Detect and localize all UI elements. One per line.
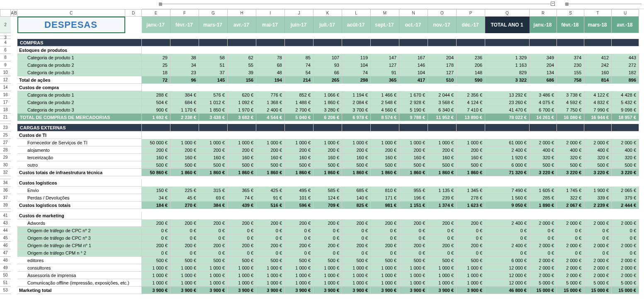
total-cell[interactable]: 16 944 € — [584, 114, 612, 121]
column-header-K[interactable]: K — [313, 10, 342, 17]
data-cell[interactable]: 1 000 € — [428, 139, 457, 146]
data-cell[interactable]: 265 — [313, 76, 342, 84]
data-cell[interactable]: 0 € — [313, 227, 342, 234]
data-cell[interactable]: 127 — [371, 61, 399, 69]
data-cell[interactable]: 0 € — [428, 234, 457, 242]
row-header[interactable]: 48 — [0, 257, 11, 264]
data-cell[interactable]: 272 — [612, 61, 639, 69]
data-cell[interactable]: 500 € — [342, 161, 371, 169]
data-cell[interactable]: 200 € — [428, 242, 457, 249]
total-cell[interactable]: 4 544 € — [256, 114, 285, 121]
total-cell[interactable]: 1 560 € — [485, 194, 530, 202]
data-cell[interactable]: 7 990 € — [584, 106, 612, 114]
row-header[interactable]: 21 — [0, 114, 11, 121]
section-cell[interactable] — [228, 124, 256, 131]
data-cell[interactable]: 160 € — [342, 154, 371, 161]
data-cell[interactable]: 270 € — [170, 202, 199, 209]
data-cell[interactable]: 320 € — [612, 154, 639, 161]
data-cell[interactable]: 500 € — [428, 257, 457, 264]
section-cell[interactable] — [428, 39, 457, 46]
row-header[interactable]: 8 — [0, 54, 11, 61]
data-cell[interactable]: 1 860 € — [170, 169, 199, 176]
total-cell[interactable]: 9 050 € — [485, 202, 530, 209]
data-cell[interactable]: 101 € — [285, 194, 313, 202]
section-cell[interactable] — [342, 39, 371, 46]
section-cell[interactable] — [142, 39, 170, 46]
row-total-compras[interactable]: TOTAL DE COMPRAS DE MERCADORIAS — [17, 114, 142, 121]
section-cell[interactable] — [371, 39, 399, 46]
data-cell[interactable]: 1 000 € — [199, 139, 228, 146]
row-header[interactable]: 17 — [0, 99, 11, 106]
data-cell[interactable]: 200 € — [199, 146, 228, 154]
month-header-y2[interactable]: avr.-18 — [612, 17, 639, 33]
data-cell[interactable]: 0 € — [612, 249, 639, 257]
data-cell[interactable]: 2 000 € — [612, 139, 639, 146]
row-mk8[interactable]: Assessoria de imprensa — [17, 272, 142, 279]
data-cell[interactable]: 1 135 € — [428, 187, 457, 194]
data-cell[interactable]: 504 € — [142, 99, 170, 106]
data-cell[interactable]: 298 — [342, 76, 371, 84]
row-header[interactable]: 53 — [0, 287, 11, 294]
row-cc3[interactable]: Categoria de produto 3 — [17, 106, 142, 114]
data-cell[interactable]: 85 — [285, 54, 313, 61]
data-cell[interactable]: 2 000 € — [612, 264, 639, 272]
data-cell[interactable]: 0 € — [557, 234, 584, 242]
total-cell[interactable]: 12 000 € — [485, 264, 530, 272]
section-cell[interactable] — [557, 124, 584, 131]
data-cell[interactable]: 1 860 € — [457, 169, 485, 176]
data-cell[interactable]: 1 000 € — [313, 272, 342, 279]
data-cell[interactable]: 25 — [142, 61, 170, 69]
data-cell[interactable]: 374 — [557, 54, 584, 61]
data-cell[interactable]: 2 400 € — [256, 106, 285, 114]
data-cell[interactable]: 200 € — [285, 219, 313, 227]
data-cell[interactable]: 2 000 € — [557, 272, 584, 279]
data-cell[interactable]: 0 € — [557, 227, 584, 234]
data-cell[interactable]: 0 € — [170, 227, 199, 234]
data-cell[interactable]: 1 000 € — [457, 264, 485, 272]
data-cell[interactable]: 2 084 € — [342, 99, 371, 106]
data-cell[interactable]: 0 € — [371, 249, 399, 257]
data-cell[interactable]: 686 — [530, 76, 557, 84]
data-cell[interactable]: 145 — [199, 76, 228, 84]
data-cell[interactable]: 1 860 € — [399, 169, 428, 176]
row-ti4[interactable]: outro — [17, 161, 142, 169]
row-header[interactable]: 27 — [0, 139, 11, 146]
data-cell[interactable]: 200 € — [371, 219, 399, 227]
section-cell[interactable] — [399, 39, 428, 46]
data-cell[interactable]: 1 000 € — [285, 264, 313, 272]
total-cell[interactable]: 6 000 € — [485, 257, 530, 264]
data-cell[interactable]: 0 € — [313, 249, 342, 257]
column-header-S[interactable]: S — [557, 10, 584, 17]
data-cell[interactable]: 278 € — [457, 194, 485, 202]
row-mk2[interactable]: Origem de tráfego de CPC nº 2 — [17, 227, 142, 234]
data-cell[interactable]: 39 — [228, 69, 256, 76]
data-cell[interactable]: 776 € — [256, 91, 285, 99]
data-cell[interactable]: 3 900 € — [428, 287, 457, 294]
data-cell[interactable]: 0 € — [428, 249, 457, 257]
total-cell[interactable]: 23 260 € — [485, 99, 530, 106]
section-cell[interactable] — [142, 124, 170, 131]
row-header[interactable]: 25 — [0, 131, 11, 139]
data-cell[interactable]: 15 000 € — [584, 287, 612, 294]
row-log1[interactable]: Envio — [17, 187, 142, 194]
data-cell[interactable]: 1 000 € — [313, 279, 342, 287]
data-cell[interactable]: 200 € — [342, 242, 371, 249]
data-cell[interactable]: 15 000 € — [557, 287, 584, 294]
data-cell[interactable]: 0 € — [142, 227, 170, 234]
data-cell[interactable]: 160 € — [199, 154, 228, 161]
data-cell[interactable]: 184 € — [142, 202, 170, 209]
section-cell[interactable] — [485, 39, 530, 46]
data-cell[interactable]: 200 € — [313, 242, 342, 249]
data-cell[interactable]: 500 € — [399, 161, 428, 169]
data-cell[interactable]: 3 900 € — [142, 287, 170, 294]
data-cell[interactable]: 400 € — [530, 146, 557, 154]
data-cell[interactable]: 0 € — [256, 234, 285, 242]
data-cell[interactable]: 200 € — [228, 219, 256, 227]
section-cell[interactable] — [285, 39, 313, 46]
month-header[interactable]: août-17 — [342, 17, 371, 33]
data-cell[interactable]: 500 € — [142, 257, 170, 264]
data-cell[interactable]: 0 € — [457, 227, 485, 234]
section-cell[interactable] — [256, 124, 285, 131]
row-header[interactable]: 14 — [0, 84, 11, 91]
data-cell[interactable]: 2 000 € — [530, 219, 557, 227]
